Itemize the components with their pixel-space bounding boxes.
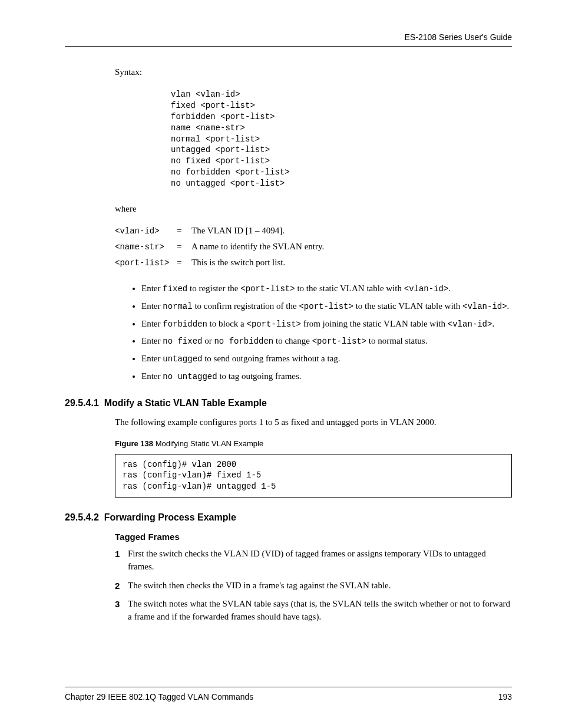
- header-rule: [65, 46, 512, 47]
- section-heading: 29.5.4.1 Modify a Static VLAN Table Exam…: [65, 398, 512, 409]
- figure-caption: Figure 138 Modifying Static VLAN Example: [115, 439, 512, 448]
- bullet-list: Enter fixed to register the <port-list> …: [115, 282, 512, 383]
- def-row: <vlan-id> = The VLAN ID [1 – 4094].: [115, 226, 512, 236]
- list-item: Enter no untagged to tag outgoing frames…: [141, 370, 512, 383]
- def-eq: =: [177, 226, 191, 236]
- numbered-list: First the switch checks the VLAN ID (VID…: [115, 548, 512, 624]
- list-item: Enter forbidden to block a <port-list> f…: [141, 318, 512, 331]
- def-eq: =: [177, 258, 191, 268]
- definition-table: <vlan-id> = The VLAN ID [1 – 4094]. <nam…: [115, 226, 512, 268]
- subheading: Tagged Frames: [115, 532, 512, 542]
- header-guide: ES-2108 Series User's Guide: [65, 32, 512, 42]
- list-item: The switch notes what the SVLAN table sa…: [115, 598, 512, 624]
- footer-rule: [65, 687, 512, 687]
- section-title: Modify a Static VLAN Table Example: [104, 398, 267, 408]
- list-item: The switch then checks the VID in a fram…: [115, 579, 512, 592]
- def-row: <port-list> = This is the switch port li…: [115, 258, 512, 268]
- footer-page-number: 193: [498, 692, 512, 701]
- list-item: Enter fixed to register the <port-list> …: [141, 282, 512, 295]
- figure-title: Modifying Static VLAN Example: [153, 439, 263, 448]
- section-number: 29.5.4.1: [65, 398, 99, 408]
- page-footer: Chapter 29 IEEE 802.1Q Tagged VLAN Comma…: [65, 687, 512, 701]
- list-item: Enter no fixed or no forbidden to change…: [141, 335, 512, 348]
- document-page: ES-2108 Series User's Guide Syntax: vlan…: [0, 0, 562, 728]
- section-title: Forwarding Process Example: [104, 512, 236, 522]
- def-desc: A name to identify the SVLAN entry.: [191, 242, 324, 252]
- def-desc: The VLAN ID [1 – 4094].: [191, 226, 285, 236]
- syntax-block: vlan <vlan-id> fixed <port-list> forbidd…: [171, 89, 512, 189]
- figure-label: Figure 138: [115, 439, 153, 448]
- body-content: Syntax: vlan <vlan-id> fixed <port-list>…: [115, 67, 512, 383]
- where-label: where: [115, 204, 512, 214]
- syntax-label: Syntax:: [115, 67, 512, 77]
- def-row: <name-str> = A name to identify the SVLA…: [115, 242, 512, 252]
- def-term: <vlan-id>: [115, 226, 177, 236]
- def-eq: =: [177, 242, 191, 252]
- list-item: Enter normal to confirm registration of …: [141, 300, 512, 313]
- code-box: ras (config)# vlan 2000 ras (config-vlan…: [115, 454, 512, 498]
- section-body: The following example configures ports 1…: [115, 417, 512, 498]
- section-heading: 29.5.4.2 Forwarding Process Example: [65, 512, 512, 523]
- def-term: <name-str>: [115, 242, 177, 252]
- def-term: <port-list>: [115, 258, 177, 268]
- list-item: First the switch checks the VLAN ID (VID…: [115, 548, 512, 574]
- section-body: Tagged Frames First the switch checks th…: [115, 532, 512, 624]
- section-intro: The following example configures ports 1…: [115, 417, 512, 427]
- def-desc: This is the switch port list.: [191, 258, 285, 268]
- list-item: Enter untagged to send outgoing frames w…: [141, 353, 512, 365]
- footer-chapter: Chapter 29 IEEE 802.1Q Tagged VLAN Comma…: [65, 692, 253, 701]
- section-number: 29.5.4.2: [65, 512, 99, 522]
